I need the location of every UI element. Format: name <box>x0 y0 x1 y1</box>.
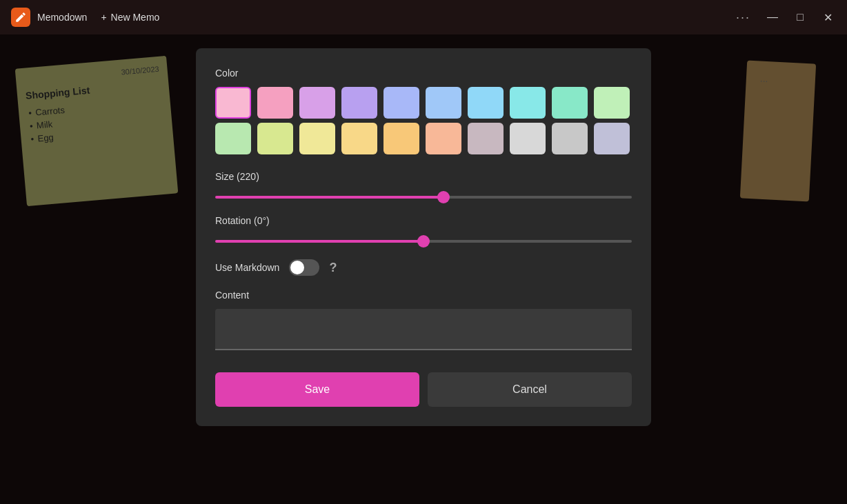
logo-icon <box>14 11 27 23</box>
color-swatch-c5[interactable] <box>383 87 419 119</box>
markdown-label: Use Markdown <box>215 262 279 273</box>
color-swatch-c6[interactable] <box>426 87 461 119</box>
color-swatch-c12[interactable] <box>257 123 293 154</box>
size-label: Size (220) <box>215 171 632 182</box>
app-logo <box>11 8 30 27</box>
color-swatch-c14[interactable] <box>341 123 377 154</box>
size-slider[interactable] <box>215 196 632 199</box>
color-swatch-c2[interactable] <box>257 87 293 119</box>
color-swatch-c18[interactable] <box>510 123 546 154</box>
cancel-button[interactable]: Cancel <box>428 372 632 407</box>
plus-icon: + <box>101 12 106 23</box>
app-title: Memodown <box>37 12 87 23</box>
content-section: Content <box>215 290 632 353</box>
save-button[interactable]: Save <box>215 372 419 407</box>
color-swatch-c11[interactable] <box>215 123 251 154</box>
color-swatch-c19[interactable] <box>552 123 588 154</box>
color-swatch-c1[interactable] <box>215 87 251 119</box>
color-swatch-c10[interactable] <box>594 87 630 119</box>
new-memo-button[interactable]: + New Memo <box>101 12 159 23</box>
color-swatch-c15[interactable] <box>383 123 419 154</box>
new-memo-label: New Memo <box>111 12 160 23</box>
color-swatch-c20[interactable] <box>594 123 630 154</box>
color-swatch-c13[interactable] <box>299 123 335 154</box>
maximize-button[interactable]: □ <box>792 9 808 26</box>
color-swatch-c3[interactable] <box>299 87 335 119</box>
toggle-knob <box>290 261 304 274</box>
markdown-help-icon[interactable]: ? <box>329 261 337 275</box>
minimize-button[interactable]: — <box>764 9 781 26</box>
color-section-label: Color <box>215 68 632 79</box>
color-swatch-c4[interactable] <box>341 87 377 119</box>
color-swatch-c9[interactable] <box>552 87 588 119</box>
titlebar: Memodown + New Memo ··· — □ ✕ <box>0 0 847 34</box>
rotation-slider[interactable] <box>215 240 632 243</box>
content-input[interactable] <box>215 309 632 350</box>
color-swatch-c17[interactable] <box>468 123 504 154</box>
color-swatch-c7[interactable] <box>468 87 504 119</box>
window-controls: — □ ✕ <box>764 9 836 26</box>
close-button[interactable]: ✕ <box>819 9 836 26</box>
markdown-toggle[interactable] <box>289 259 319 276</box>
more-options-button[interactable]: ··· <box>736 10 750 25</box>
color-swatch-c8[interactable] <box>510 87 546 119</box>
new-memo-dialog: Color Size (220) Rotation (0°) Use Markd… <box>196 48 651 426</box>
size-slider-section: Size (220) <box>215 171 632 201</box>
content-label: Content <box>215 290 632 301</box>
color-grid <box>215 87 632 154</box>
modal-overlay: Color Size (220) Rotation (0°) Use Markd… <box>0 34 847 504</box>
markdown-row: Use Markdown ? <box>215 259 632 276</box>
rotation-slider-section: Rotation (0°) <box>215 215 632 245</box>
dialog-buttons: Save Cancel <box>215 372 632 407</box>
color-swatch-c16[interactable] <box>426 123 461 154</box>
rotation-label: Rotation (0°) <box>215 215 632 226</box>
